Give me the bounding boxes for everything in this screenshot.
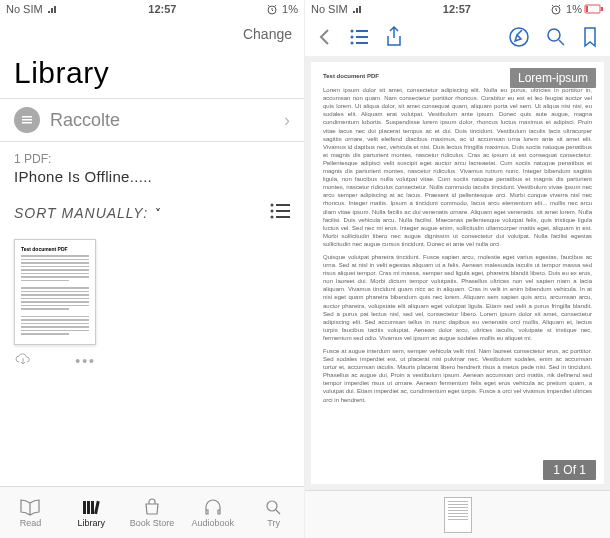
status-bar: No SIM 12:57 1% <box>0 0 304 18</box>
alarm-icon <box>550 3 562 15</box>
carrier-label: No SIM <box>311 3 348 15</box>
thumb-actions: ••• <box>14 353 96 371</box>
svg-rect-13 <box>94 500 100 513</box>
svg-rect-5 <box>276 204 290 206</box>
svg-rect-2 <box>22 119 32 121</box>
bookmark-button[interactable] <box>582 26 598 48</box>
svg-point-6 <box>271 210 274 213</box>
folder-label: Raccolte <box>50 110 284 131</box>
bag-icon <box>141 498 163 516</box>
page-thumbnail[interactable] <box>444 497 472 533</box>
offline-status: IPhone Is Offline..... <box>14 168 290 185</box>
battery-pct-label: 1% <box>566 3 582 15</box>
svg-rect-22 <box>356 36 368 38</box>
svg-rect-1 <box>22 116 32 118</box>
svg-point-4 <box>271 204 274 207</box>
svg-rect-18 <box>601 7 603 11</box>
svg-rect-3 <box>22 122 32 124</box>
thumb-title: Test document PDF <box>21 246 89 252</box>
tab-library[interactable]: Library <box>61 487 122 538</box>
svg-point-23 <box>351 42 354 45</box>
svg-point-19 <box>351 30 354 33</box>
svg-point-14 <box>267 501 277 511</box>
clock-label: 12:57 <box>148 3 176 15</box>
page-counter: 1 Of 1 <box>543 460 596 480</box>
reader-bottom-bar <box>305 490 610 538</box>
change-button[interactable]: Change <box>243 26 292 42</box>
headphones-icon <box>202 498 224 516</box>
doc-paragraph: Lorem ipsum dolor sit amet, consectetur … <box>323 86 592 248</box>
svg-rect-17 <box>586 6 588 12</box>
tab-label: Audiobook <box>192 518 235 528</box>
sort-label: SORT MANUALLY: <box>14 205 148 221</box>
svg-rect-11 <box>87 501 90 514</box>
chevron-right-icon: › <box>284 110 290 131</box>
clock-label: 12:57 <box>443 3 471 15</box>
contents-button[interactable] <box>349 28 369 46</box>
battery-pct-label: 1% <box>282 3 298 15</box>
signal-icon <box>47 4 59 14</box>
svg-point-8 <box>271 216 274 219</box>
tab-read[interactable]: Read <box>0 487 61 538</box>
search-button[interactable] <box>546 27 566 47</box>
page-title: Library <box>0 50 304 98</box>
tab-label: Read <box>20 518 42 528</box>
svg-rect-24 <box>356 42 368 44</box>
tab-label: Book Store <box>130 518 175 528</box>
sort-button[interactable]: SORT MANUALLY: ˅ <box>14 204 161 222</box>
doc-paragraph: Quisque volutpat pharetra tincidunt. Fus… <box>323 253 592 342</box>
doc-paragraph: Fusce at augue interdum sem, semper vehi… <box>323 347 592 404</box>
svg-rect-7 <box>276 210 290 212</box>
tab-bookstore[interactable]: Book Store <box>122 487 183 538</box>
back-button[interactable] <box>317 27 333 47</box>
reader-screen: No SIM 12:57 1% Lorem-ipsum T <box>305 0 610 538</box>
cloud-download-icon[interactable] <box>14 353 32 371</box>
svg-rect-10 <box>83 501 86 514</box>
battery-icon <box>584 4 604 14</box>
tab-search[interactable]: Try <box>243 487 304 538</box>
svg-rect-9 <box>276 216 290 218</box>
folder-row[interactable]: Raccolte › <box>0 98 304 142</box>
tab-bar: Read Library Book Store Audiobook Try <box>0 486 304 538</box>
nav-row: Change <box>0 18 304 50</box>
share-button[interactable] <box>385 26 403 48</box>
library-screen: No SIM 12:57 1% Change Library Raccolte … <box>0 0 305 538</box>
tab-label: Try <box>267 518 280 528</box>
book-open-icon <box>19 498 41 516</box>
search-icon <box>263 498 285 516</box>
more-icon[interactable]: ••• <box>75 353 96 371</box>
document-grid: Test document PDF ••• <box>0 229 304 486</box>
markup-button[interactable] <box>508 26 530 48</box>
svg-rect-12 <box>91 501 94 514</box>
status-bar: No SIM 12:57 1% <box>305 0 610 18</box>
library-icon <box>80 498 102 516</box>
document-view[interactable]: Lorem-ipsum Test document PDF Lorem ipsu… <box>305 56 610 490</box>
folder-icon <box>14 107 40 133</box>
tab-label: Library <box>77 518 105 528</box>
reader-toolbar <box>305 18 610 56</box>
document-thumbnail[interactable]: Test document PDF <box>14 239 96 345</box>
document-page: Lorem-ipsum Test document PDF Lorem ipsu… <box>311 62 604 484</box>
tab-audiobook[interactable]: Audiobook <box>182 487 243 538</box>
status-block: 1 PDF: IPhone Is Offline..... <box>0 142 304 191</box>
doc-body: Lorem ipsum dolor sit amet, consectetur … <box>323 86 592 404</box>
svg-point-26 <box>548 29 560 41</box>
svg-point-21 <box>351 36 354 39</box>
carrier-label: No SIM <box>6 3 43 15</box>
pdf-count: 1 PDF: <box>14 152 290 166</box>
sort-row: SORT MANUALLY: ˅ <box>0 191 304 229</box>
alarm-icon <box>266 3 278 15</box>
list-view-icon[interactable] <box>270 203 290 223</box>
chevron-down-icon: ˅ <box>155 207 161 221</box>
document-name-badge: Lorem-ipsum <box>510 68 596 88</box>
signal-icon <box>352 4 364 14</box>
svg-rect-20 <box>356 30 368 32</box>
